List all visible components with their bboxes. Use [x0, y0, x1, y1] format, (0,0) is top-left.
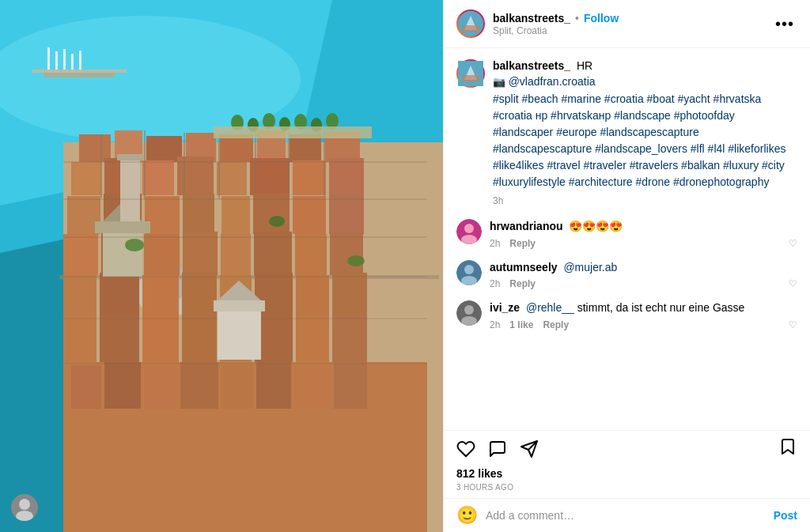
comment-2-mention[interactable]: @mujer.ab: [563, 261, 617, 274]
svg-point-101: [269, 216, 285, 227]
follow-button[interactable]: Follow: [584, 12, 619, 25]
header-info: balkanstreets_ • Follow Split, Croatia: [493, 12, 772, 36]
comment-3-meta: 2h 1 like Reply ♡: [490, 319, 797, 330]
comment-3-avatar[interactable]: [456, 300, 482, 326]
header-avatar[interactable]: [456, 9, 485, 38]
action-icons-row: [456, 437, 797, 461]
comment-1-time: 2h: [490, 238, 500, 249]
svg-rect-22: [142, 160, 174, 195]
svg-rect-62: [296, 275, 329, 319]
comment-2-avatar[interactable]: [456, 260, 482, 285]
svg-rect-81: [180, 362, 218, 409]
svg-rect-69: [63, 316, 97, 364]
svg-rect-26: [293, 160, 326, 195]
comment-input[interactable]: [486, 509, 774, 522]
svg-rect-9: [32, 70, 127, 73]
svg-rect-79: [104, 362, 141, 409]
svg-rect-18: [290, 134, 321, 162]
svg-rect-103: [218, 308, 261, 360]
svg-point-121: [464, 305, 474, 315]
post-author-avatar[interactable]: [456, 59, 485, 88]
svg-rect-71: [142, 316, 179, 364]
comment-1-avatar[interactable]: [456, 219, 482, 244]
share-button[interactable]: [520, 440, 539, 458]
svg-rect-50: [183, 232, 218, 275]
svg-rect-72: [182, 314, 217, 364]
svg-rect-53: [295, 234, 327, 275]
svg-rect-47: [63, 234, 98, 275]
svg-rect-76: [332, 314, 367, 364]
svg-rect-20: [71, 162, 101, 195]
post-image: [0, 0, 443, 532]
svg-rect-8: [79, 51, 81, 71]
comment-3-likes: 1 like: [509, 319, 533, 330]
svg-point-115: [464, 224, 474, 233]
comment-3-heart-icon[interactable]: ♡: [789, 319, 797, 330]
svg-rect-67: [120, 158, 140, 221]
svg-rect-54: [330, 232, 363, 275]
svg-rect-4: [47, 47, 50, 71]
svg-rect-59: [182, 273, 217, 319]
like-button[interactable]: [456, 440, 475, 458]
comment-2-body: autumnseely @mujer.ab 2h Reply ♡: [490, 260, 797, 290]
svg-rect-83: [256, 362, 291, 409]
comment-1: hrwandrianou 😍😍😍😍 2h Reply ♡: [456, 219, 797, 249]
photo-credit-mention[interactable]: @vladfran.croatia: [509, 75, 596, 88]
svg-point-118: [464, 265, 474, 274]
comment-2-heart-icon[interactable]: ♡: [789, 278, 797, 289]
comment-input-bar: 🙂 Post: [444, 498, 810, 532]
svg-rect-44: [253, 194, 290, 234]
comment-button[interactable]: [488, 440, 507, 458]
svg-rect-24: [217, 162, 247, 195]
post-comment-button[interactable]: Post: [774, 509, 797, 522]
comment-3-mention[interactable]: @rehle__: [526, 301, 574, 314]
comment-1-username[interactable]: hrwandrianou: [490, 220, 563, 232]
post-author-tag: HR: [577, 59, 592, 72]
comment-1-heart-icon[interactable]: ♡: [789, 238, 797, 249]
svg-rect-68: [117, 154, 143, 160]
post-time: 3h: [493, 195, 797, 206]
comment-3-body: ivi_ze @rehle__ stimmt, da ist echt nur …: [490, 300, 797, 330]
header-dot: •: [575, 12, 579, 25]
comment-3: ivi_ze @rehle__ stimmt, da ist echt nur …: [456, 300, 797, 330]
comment-2: autumnseely @mujer.ab 2h Reply ♡: [456, 260, 797, 290]
svg-rect-12: [79, 134, 111, 162]
post-content-panel: balkanstreets_ • Follow Split, Croatia •…: [443, 0, 810, 532]
svg-point-107: [16, 511, 33, 521]
comment-3-time: 2h: [490, 319, 500, 330]
svg-rect-56: [63, 275, 97, 319]
more-options-button[interactable]: •••: [772, 12, 797, 36]
svg-rect-58: [142, 275, 179, 319]
comment-2-meta: 2h Reply ♡: [490, 278, 797, 289]
svg-rect-82: [221, 365, 253, 409]
comment-3-reply[interactable]: Reply: [543, 319, 569, 330]
comment-2-username[interactable]: autumnseely: [490, 261, 558, 274]
svg-rect-57: [100, 273, 139, 319]
svg-rect-43: [221, 196, 250, 234]
comment-1-content: 😍😍😍😍: [569, 220, 623, 232]
emoji-button[interactable]: 🙂: [456, 505, 478, 526]
comment-3-username[interactable]: ivi_ze: [490, 301, 520, 314]
comment-2-time: 2h: [490, 278, 500, 289]
svg-rect-5: [55, 51, 58, 71]
header-username[interactable]: balkanstreets_: [493, 12, 570, 25]
svg-rect-104: [214, 300, 265, 311]
svg-rect-99: [214, 126, 372, 138]
svg-point-122: [461, 316, 477, 326]
svg-rect-85: [334, 362, 367, 409]
post-author-username[interactable]: balkanstreets_: [493, 59, 570, 72]
comment-1-reply[interactable]: Reply: [509, 238, 536, 249]
comment-3-content: stimmt, da ist echt nur eine Gasse: [577, 301, 745, 314]
svg-point-116: [461, 235, 477, 244]
actions-bar: [444, 430, 810, 464]
svg-rect-49: [144, 234, 180, 275]
svg-rect-75: [296, 316, 329, 364]
svg-rect-7: [71, 54, 74, 71]
bookmark-button[interactable]: [778, 437, 797, 461]
svg-rect-113: [462, 75, 479, 81]
svg-point-100: [125, 239, 144, 251]
comment-1-body: hrwandrianou 😍😍😍😍 2h Reply ♡: [490, 219, 797, 249]
post-caption-block: balkanstreets_ HR 📷 @vladfran.croatia #s…: [456, 59, 797, 206]
comment-2-reply[interactable]: Reply: [509, 278, 536, 289]
post-camera-line: 📷 @vladfran.croatia: [493, 75, 797, 88]
